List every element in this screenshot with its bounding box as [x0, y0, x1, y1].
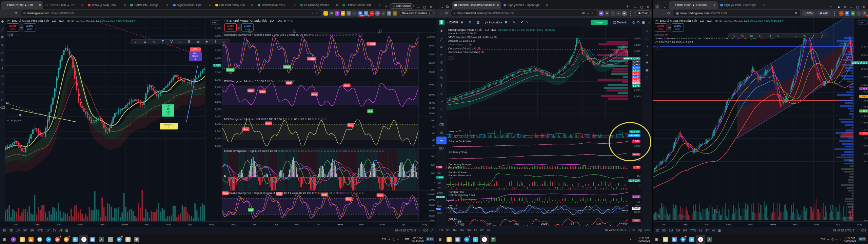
indicator-pane[interactable]: Stochastic Divergence + Signal 10 close …	[222, 190, 436, 222]
pane-legend[interactable]: Frequency AnalyzerAccum/Dist	[449, 163, 473, 169]
pane-legend[interactable]: Bandar VolumeBandar Movement⌃	[449, 171, 471, 180]
browser-tab[interactable]: Edit Post "Daily Ana✕	[213, 1, 255, 9]
nav-icon[interactable]: ⟳	[667, 11, 670, 15]
range-button[interactable]: 5D	[446, 228, 450, 232]
sell-button[interactable]: 2,090SELL	[224, 23, 237, 32]
ext-shield-icon[interactable]: ◈	[851, 11, 855, 16]
browser-tab[interactable]: Eli Manning Presen✕	[298, 1, 340, 9]
price-axis[interactable]: IDR ⌄ 2,6002,5002,4002,3002,2002,0902,00…	[205, 18, 222, 221]
tool-icon[interactable]: ∪	[0, 96, 5, 104]
tool-icon[interactable]: ⊿	[436, 97, 447, 105]
range-button[interactable]: 1M	[16, 229, 20, 232]
indicator-legend[interactable]: Consensus Price (Median)!	[448, 50, 555, 54]
taskbar-telegram[interactable]: ➤	[44, 235, 53, 244]
nav-icon[interactable]: →	[9, 11, 13, 15]
taskbar-excel[interactable]: X	[489, 235, 497, 244]
tradingview-chart[interactable]: PT Energi Mega Persada Tbk · 1D · IDXDC …	[653, 18, 868, 234]
ext-w-icon[interactable]: Ⓦ	[329, 11, 334, 16]
adj-toggle[interactable]: ADJ	[422, 229, 428, 232]
tab-close-icon[interactable]: ✕	[166, 4, 169, 7]
drawing-tool-icon[interactable]: ◺	[757, 34, 764, 38]
taskbar-backup-app[interactable]: ▦	[670, 235, 678, 244]
range-button[interactable]: 1D	[655, 229, 659, 232]
indicator-pane[interactable]: PE Ratio(TTM)	[447, 150, 628, 162]
drawing-tool-icon[interactable]: T	[160, 40, 166, 44]
taskbar-clock[interactable]: 7:47 AM4/24/2026	[844, 236, 856, 242]
tray-icon[interactable]: ≈	[397, 238, 399, 241]
legend-collapse-button[interactable]: ⌃	[448, 56, 454, 60]
taskbar-settings[interactable]: ⚙	[132, 235, 141, 244]
time-axis[interactable]: OctNovDec2026FebMarApr	[447, 221, 641, 226]
yellow-note-annotation[interactable]: VWMACD1	[160, 123, 178, 129]
pane-legend[interactable]: MFI 14RSI 14⌃	[449, 204, 457, 214]
sell-button[interactable]: 2,090SELL	[655, 23, 667, 32]
ext-devices-icon[interactable]: ⧉	[387, 11, 391, 16]
tab-close-icon[interactable]: ✕	[713, 4, 716, 7]
relaunch-button[interactable]: Relaunch to update ⋮	[399, 11, 434, 16]
calendar-icon[interactable]: ▦	[718, 229, 721, 232]
tool-icon[interactable]: ✎	[0, 57, 5, 64]
taskbar-notepad[interactable]: ▱	[106, 235, 115, 244]
drawing-tool-icon[interactable]: ∴	[177, 40, 183, 44]
legend-icon[interactable]: ⚯	[288, 19, 290, 22]
taskbar-chrome[interactable]: ◉!	[53, 235, 62, 244]
pane-legend[interactable]: %R 14	[449, 218, 457, 221]
zoom-chip[interactable]: ⌕ 80%	[802, 11, 815, 16]
tray-expand-caret[interactable]: ∧	[388, 238, 390, 241]
tool-icon[interactable]: ⬡	[641, 74, 653, 82]
drawing-tool-icon[interactable]: ╱	[819, 34, 825, 38]
taskbar-edge[interactable]: e	[687, 235, 696, 244]
tray-icon[interactable]: ♪	[634, 238, 635, 241]
taskbar-yandex[interactable]: Y	[480, 235, 489, 244]
ext-w-icon[interactable]: Ⓦ	[605, 11, 609, 16]
tool-icon[interactable]: ✚	[0, 18, 5, 25]
tool-icon[interactable]: ⌕	[0, 88, 5, 96]
address-bar[interactable]: ▣ www.tradingview.com ENRG 2,09... ⚑	[673, 10, 800, 16]
tray-icon[interactable]: ≈	[836, 238, 838, 241]
drawing-tool-icon[interactable]: ◿	[766, 34, 772, 38]
drawing-tool-icon[interactable]: ∿	[775, 34, 781, 38]
tab-strip-icon[interactable]: ⌄	[440, 4, 444, 9]
taskbar-clock[interactable]: 7:47 AM4/24/2026	[412, 236, 424, 242]
range-button[interactable]: All	[712, 229, 715, 232]
window-control[interactable]: ▢	[640, 5, 643, 9]
tab-close-icon[interactable]: ✕	[546, 4, 548, 7]
browser-tab[interactable]: ENRG 2,090 ▲ +10✕	[1, 1, 43, 9]
range-button[interactable]: 1Y	[699, 229, 702, 232]
notification-center[interactable]: ▤ 23	[426, 237, 434, 241]
compare-icon[interactable]: ⊕	[461, 21, 463, 24]
indicator-legend[interactable]: MACD Divergence + Signal 12 26 9 5 20 30…	[224, 149, 384, 152]
tab-close-icon[interactable]: ✕	[209, 4, 211, 7]
nav-icon[interactable]: ⟳	[15, 11, 18, 15]
indicator-legend[interactable]: RSI Divergence 14 close 3 3 100 3 70.34 …	[224, 80, 295, 83]
profile-avatar[interactable]: ☻	[837, 5, 840, 9]
taskbar-edge[interactable]: e	[471, 235, 480, 244]
ext-more-icon[interactable]: …	[856, 11, 861, 16]
tool-icon[interactable]: ∿	[436, 50, 447, 58]
draw-icon[interactable]: ✎	[513, 21, 515, 24]
tab-close-icon[interactable]: ✕	[497, 4, 499, 7]
indicator-legend[interactable]: Stochastic Divergence + Signal 8 close 3…	[224, 33, 363, 36]
range-button[interactable]: YTD	[37, 229, 43, 232]
taskbar-file-explorer[interactable]: ▤	[661, 235, 670, 244]
taskbar-vlc[interactable]: ▲	[26, 235, 35, 244]
ext-monkey-icon[interactable]: ◉	[599, 11, 604, 16]
tool-icon[interactable]: T	[436, 82, 447, 89]
tab-close-icon[interactable]: ✕	[763, 4, 765, 7]
browser-tab[interactable]: Sign yourself - Ope✕	[171, 1, 213, 9]
window-control[interactable]: —	[634, 5, 637, 9]
tab-close-icon[interactable]: ✕	[251, 4, 253, 7]
new-tab-button[interactable]: +	[383, 4, 389, 9]
sell-buy-widget[interactable]: 2,090SELL102,100BUY	[7, 23, 137, 32]
range-button[interactable]: 1M	[453, 228, 457, 232]
browser-tab[interactable]: Inbox (7,574) - bro✕	[86, 1, 128, 9]
snapshot-icon[interactable]: ▣	[642, 21, 645, 24]
taskbar-excel[interactable]: X	[97, 235, 106, 244]
tray-icon[interactable]: ⌨	[405, 238, 409, 241]
legend-icon[interactable]: ◎	[291, 19, 294, 22]
clock-utc[interactable]: 07:47:53 UTC+7	[605, 228, 627, 232]
floating-drawing-toolbar[interactable]: ∿▷▭◺◿∿Ⅰ←✎╱╱	[728, 33, 828, 38]
highlight-circle-annotation[interactable]	[609, 122, 651, 161]
nav-icon[interactable]: ←	[439, 11, 443, 15]
range-button[interactable]: 3M	[23, 229, 27, 232]
